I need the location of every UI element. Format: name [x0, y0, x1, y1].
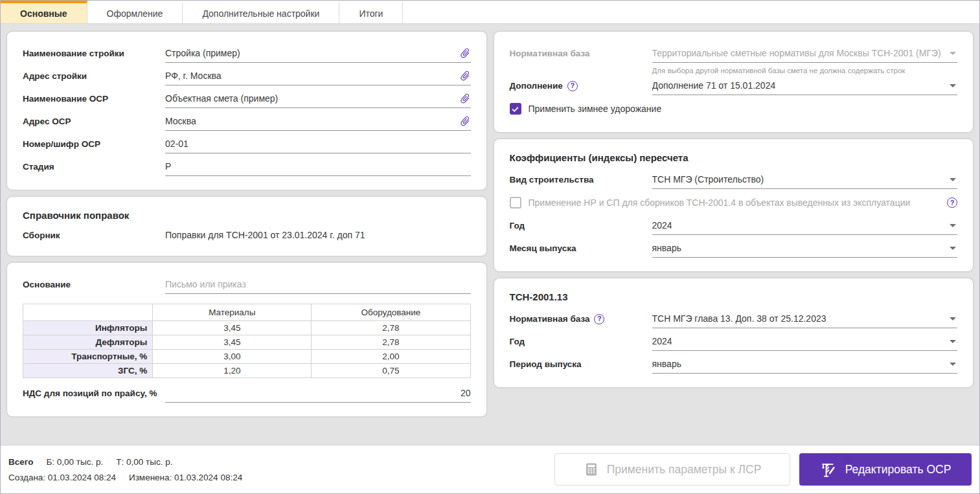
tsn13-year-select[interactable]: 2024: [652, 332, 958, 351]
tab-additional-settings-label: Дополнительные настройки: [202, 8, 319, 19]
osr-name-field: [165, 89, 471, 108]
supplement-label-wrap: Дополнение ?: [510, 81, 652, 91]
construction-address-input[interactable]: [165, 71, 454, 81]
row-label: Дефляторы: [23, 335, 153, 350]
coeff-year-row: Год 2024: [510, 214, 958, 237]
chevron-down-icon: [950, 340, 956, 343]
apply-parameters-label: Применить параметры к ЛСР: [607, 463, 762, 477]
tsn13-period-select[interactable]: январь: [652, 355, 958, 374]
attach-link-icon[interactable]: [457, 45, 473, 61]
osr-address-field: [165, 112, 471, 131]
attach-link-icon[interactable]: [457, 90, 473, 106]
tab-additional-settings[interactable]: Дополнительные настройки: [183, 1, 339, 23]
tab-totals[interactable]: Итоги: [339, 1, 403, 23]
row-label: Инфляторы: [23, 321, 153, 335]
nds-field: [165, 384, 471, 403]
tab-main[interactable]: Основные: [1, 1, 87, 23]
field-row-stage: Стадия: [23, 155, 471, 178]
cell-materials[interactable]: 3,45: [153, 321, 312, 335]
nds-label: НДС для позиций по прайсу, %: [23, 388, 165, 398]
table-row-inflators: Инфляторы 3,45 2,78: [23, 321, 471, 335]
tsn13-base-value: ТСН МГЭ глава 13. Доп. 38 от 25.12.2023: [652, 313, 826, 324]
construction-address-label: Адрес стройки: [23, 71, 165, 81]
tsn13-title: ТСН-2001.13: [510, 291, 958, 302]
tab-main-label: Основные: [20, 8, 67, 19]
basis-row: Основание: [23, 273, 471, 296]
chevron-down-icon: [950, 178, 956, 181]
winter-checkbox-row: Применить зимнее удорожание: [510, 97, 958, 120]
edit-osr-button[interactable]: Редактировать ОСР: [799, 453, 972, 486]
help-icon[interactable]: ?: [567, 81, 578, 91]
normative-base-value: Территориальные сметные нормативы для Мо…: [652, 48, 941, 58]
cell-equipment[interactable]: 0,75: [312, 364, 470, 378]
card-corrections: Справочник поправок Сборник Поправки для…: [7, 197, 486, 256]
calculator-icon: [584, 462, 599, 477]
supplement-select[interactable]: Дополнение 71 от 15.01.2024: [652, 76, 958, 95]
tsn13-base-label-wrap: Нормативная база ?: [510, 314, 652, 324]
content-area: Наименование стройки Адрес стройки Наиме…: [1, 24, 979, 445]
indices-table-header-row: Материалы Оборудование: [23, 304, 471, 321]
basis-input[interactable]: [165, 279, 471, 289]
totals-line: Всего Б: 0,00 тыс. р. Т: 0,00 тыс. р.: [8, 457, 242, 467]
cell-equipment[interactable]: 2,78: [312, 335, 470, 350]
cell-materials[interactable]: 3,45: [153, 335, 312, 350]
cell-equipment[interactable]: 2,00: [312, 350, 470, 364]
normative-base-select: Территориальные сметные нормативы для Мо…: [652, 44, 958, 63]
help-icon[interactable]: ?: [594, 314, 604, 324]
coeff-month-value: январь: [652, 243, 681, 253]
tsn13-base-select[interactable]: ТСН МГЭ глава 13. Доп. 38 от 25.12.2023: [652, 309, 958, 328]
apply-parameters-button[interactable]: Применить параметры к ЛСР: [554, 453, 790, 486]
cell-equipment[interactable]: 2,78: [312, 321, 470, 335]
coeff-year-select[interactable]: 2024: [652, 216, 958, 235]
tsn13-year-label: Год: [510, 337, 652, 346]
construction-type-value: ТСН МГЭ (Строительство): [652, 174, 764, 185]
cell-materials[interactable]: 1,20: [153, 364, 312, 378]
construction-address-field: [165, 67, 471, 85]
osr-name-label: Наименование ОСР: [23, 94, 165, 104]
indices-table: Материалы Оборудование Инфляторы 3,45 2,…: [23, 304, 471, 378]
stage-field: [165, 157, 471, 176]
cell-materials[interactable]: 3,00: [153, 350, 312, 364]
winter-checkbox[interactable]: [510, 103, 521, 115]
card-tsn13: ТСН-2001.13 Нормативная база ? ТСН МГЭ г…: [494, 278, 974, 387]
supplement-value: Дополнение 71 от 15.01.2024: [652, 80, 776, 91]
construction-name-input[interactable]: [165, 48, 454, 58]
footer-info: Всего Б: 0,00 тыс. р. Т: 0,00 тыс. р. Со…: [8, 457, 242, 482]
chevron-down-icon: [950, 84, 956, 87]
coeff-month-select[interactable]: январь: [652, 239, 958, 258]
card-basis: Основание Материалы Оборудование: [7, 263, 486, 416]
osr-number-label: Номер/шифр ОСР: [23, 139, 165, 149]
stage-input[interactable]: [165, 161, 471, 172]
tsn13-period-value: январь: [652, 359, 681, 369]
tsn13-period-label: Период выпуска: [510, 359, 652, 369]
coeff-month-row: Месяц выпуска январь: [510, 237, 958, 260]
winter-checkbox-label: Применить зимнее удорожание: [529, 104, 662, 114]
construction-type-select[interactable]: ТСН МГЭ (Строительство): [652, 170, 958, 189]
field-row-osr-name: Наименование ОСР: [23, 87, 471, 110]
tsn13-base-row: Нормативная база ? ТСН МГЭ глава 13. Доп…: [510, 308, 958, 330]
row-label: Транспортные, %: [23, 350, 153, 364]
nrsp-checkbox-label: Применение НР и СП для сборников ТСН-200…: [529, 197, 911, 208]
chevron-down-icon: [950, 363, 956, 366]
card-main-fields: Наименование стройки Адрес стройки Наиме…: [7, 32, 486, 190]
field-row-osr-address: Адрес ОСР: [23, 110, 471, 133]
tsn13-period-row: Период выпуска январь: [510, 353, 958, 376]
indices-header-empty: [23, 304, 153, 321]
chevron-down-icon: [950, 247, 956, 250]
osr-address-input[interactable]: [165, 116, 454, 126]
nds-input[interactable]: [165, 388, 471, 398]
edit-osr-label: Редактировать ОСР: [845, 463, 952, 477]
chevron-down-icon: [950, 52, 956, 55]
attach-link-icon[interactable]: [457, 67, 473, 84]
osr-name-input[interactable]: [165, 93, 454, 104]
construction-name-field: [165, 44, 471, 63]
attach-link-icon[interactable]: [457, 113, 473, 129]
tab-totals-label: Итоги: [359, 8, 383, 19]
coefficients-title: Коэффициенты (индексы) пересчета: [510, 152, 958, 163]
tab-design[interactable]: Оформление: [87, 1, 183, 23]
card-normative-base: Нормативная база Территориальные сметные…: [494, 32, 974, 132]
tsn13-year-value: 2024: [652, 336, 672, 346]
osr-number-input[interactable]: [165, 139, 471, 149]
collection-value: Поправки для ТСН-2001 от 23.01.2024 г. д…: [165, 230, 365, 240]
help-icon[interactable]: ?: [947, 197, 957, 208]
